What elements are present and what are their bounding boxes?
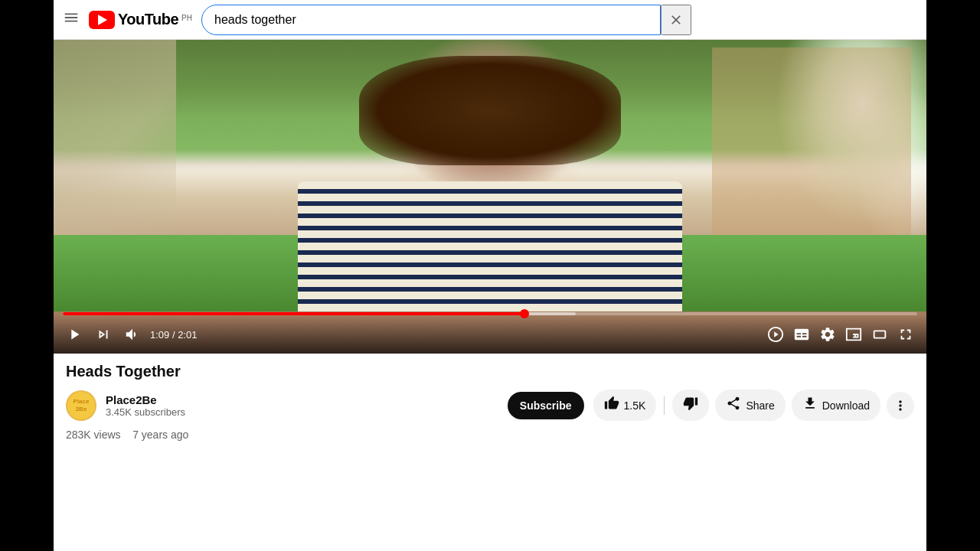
dislike-button[interactable] [672, 390, 709, 421]
share-button[interactable]: Share [715, 390, 785, 421]
youtube-text: YouTube [118, 11, 178, 28]
download-icon [802, 396, 818, 415]
settings-button[interactable] [816, 323, 839, 346]
hair [359, 56, 621, 166]
controls-bar: 1:09 / 2:01 [54, 315, 926, 354]
thumbs-down-icon [683, 396, 698, 415]
action-buttons: 1.5K Share [593, 390, 914, 421]
play-triangle-icon [98, 15, 107, 25]
channel-info: Place2Be 3.45K subscribers [106, 393, 498, 418]
search-close-button[interactable] [661, 5, 691, 35]
like-divider [664, 396, 665, 415]
thumbs-up-icon [604, 396, 619, 415]
video-thumbnail [54, 40, 926, 354]
avatar-inner: Place2Be [67, 392, 95, 419]
play-pause-button[interactable] [63, 323, 86, 346]
autoplay-button[interactable] [764, 323, 787, 346]
menu-icon[interactable] [63, 9, 80, 30]
volume-button[interactable] [121, 323, 144, 346]
search-input-wrapper[interactable] [201, 5, 661, 35]
fullscreen-button[interactable] [894, 323, 917, 346]
browser-window: YouTubePH [54, 0, 926, 551]
channel-subscribers: 3.45K subscribers [106, 406, 498, 418]
share-icon [726, 396, 741, 415]
like-count: 1.5K [624, 399, 646, 412]
theater-button[interactable] [868, 323, 891, 346]
video-meta: 283K views 7 years ago [54, 421, 926, 448]
channel-row: Place2Be Place2Be 3.45K subscribers Subs… [66, 390, 914, 421]
subtitles-button[interactable] [790, 323, 813, 346]
search-input[interactable] [214, 13, 648, 27]
next-button[interactable] [92, 323, 115, 346]
subscribe-button[interactable]: Subscribe [508, 392, 584, 419]
video-title: Heads Together [66, 363, 914, 380]
channel-name[interactable]: Place2Be [106, 393, 498, 406]
like-button[interactable]: 1.5K [593, 390, 657, 421]
logo-area[interactable]: YouTubePH [89, 11, 192, 29]
time-display: 1:09 / 2:01 [150, 329, 197, 341]
share-label: Share [746, 399, 774, 412]
miniplayer-button[interactable] [842, 323, 865, 346]
search-bar [201, 5, 917, 35]
view-count: 283K views [66, 429, 121, 441]
right-controls [764, 323, 917, 346]
channel-avatar[interactable]: Place2Be [66, 390, 96, 421]
download-button[interactable]: Download [792, 390, 880, 421]
youtube-country: PH [181, 14, 192, 22]
more-options-button[interactable] [887, 392, 914, 419]
video-player[interactable]: 1:09 / 2:01 [54, 40, 926, 354]
video-info: Heads Together Place2Be Place2Be 3.45K s… [54, 354, 926, 421]
youtube-icon [89, 11, 115, 29]
striped-shirt [298, 181, 682, 312]
upload-date: 7 years ago [132, 429, 188, 441]
download-label: Download [822, 399, 870, 412]
youtube-logo: YouTubePH [89, 11, 192, 29]
header: YouTubePH [54, 0, 926, 40]
